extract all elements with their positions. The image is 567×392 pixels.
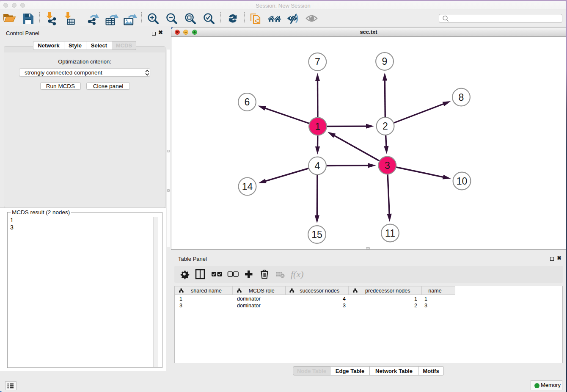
svg-text:dominator: dominator [237, 303, 261, 309]
svg-text:4: 4 [343, 296, 346, 302]
svg-text:predecessor nodes: predecessor nodes [365, 288, 410, 294]
svg-text:3: 3 [179, 303, 182, 309]
svg-text:4: 4 [315, 160, 320, 171]
svg-text:1: 1 [179, 296, 182, 302]
svg-text:successor nodes: successor nodes [300, 288, 339, 294]
svg-text:3: 3 [343, 303, 346, 309]
svg-text:1: 1 [414, 296, 417, 302]
svg-text:11: 11 [385, 228, 395, 239]
svg-text:1: 1 [424, 296, 427, 302]
svg-text:10: 10 [457, 176, 468, 187]
svg-text:dominator: dominator [237, 296, 261, 302]
svg-text:6: 6 [245, 97, 250, 108]
svg-text:name: name [428, 288, 441, 294]
svg-text:9: 9 [382, 56, 388, 67]
svg-text:15: 15 [311, 229, 322, 240]
svg-text:8: 8 [459, 92, 464, 103]
svg-text:3: 3 [424, 303, 427, 309]
svg-text:14: 14 [242, 181, 253, 192]
svg-text:7: 7 [315, 56, 320, 67]
svg-text:f(x): f(x) [291, 269, 304, 279]
svg-text:MCDS role: MCDS role [249, 288, 275, 294]
svg-text:3: 3 [385, 160, 390, 171]
svg-text:shared name: shared name [191, 288, 222, 294]
svg-text:2: 2 [383, 121, 388, 132]
svg-text:2: 2 [414, 303, 417, 309]
svg-text:1: 1 [315, 121, 321, 132]
